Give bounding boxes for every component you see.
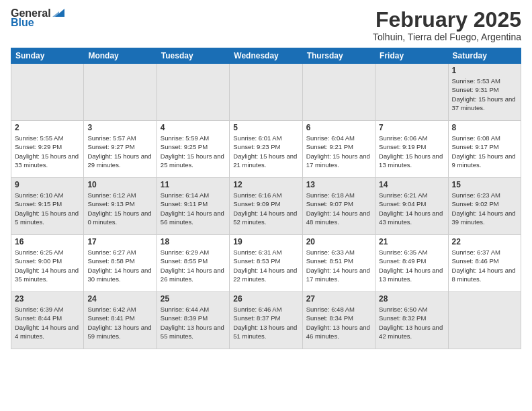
table-row <box>157 64 229 121</box>
day-info: Sunrise: 6:25 AM Sunset: 9:00 PM Dayligh… <box>15 248 80 283</box>
table-row: 13Sunrise: 6:18 AM Sunset: 9:07 PM Dayli… <box>302 178 375 235</box>
day-number: 19 <box>233 237 298 246</box>
day-number: 14 <box>379 180 444 189</box>
day-info: Sunrise: 6:16 AM Sunset: 9:09 PM Dayligh… <box>233 191 298 226</box>
table-row: 16Sunrise: 6:25 AM Sunset: 9:00 PM Dayli… <box>11 235 84 292</box>
day-info: Sunrise: 6:14 AM Sunset: 9:11 PM Dayligh… <box>161 191 226 226</box>
day-number: 12 <box>233 180 298 189</box>
day-number: 15 <box>452 180 517 189</box>
day-info: Sunrise: 6:48 AM Sunset: 8:34 PM Dayligh… <box>306 305 371 340</box>
table-row: 12Sunrise: 6:16 AM Sunset: 9:09 PM Dayli… <box>230 178 302 235</box>
table-row: 21Sunrise: 6:35 AM Sunset: 8:49 PM Dayli… <box>375 235 448 292</box>
svg-marker-1 <box>52 11 59 17</box>
table-row: 20Sunrise: 6:33 AM Sunset: 8:51 PM Dayli… <box>302 235 375 292</box>
table-row <box>375 64 448 121</box>
table-row: 24Sunrise: 6:42 AM Sunset: 8:41 PM Dayli… <box>84 292 157 349</box>
table-row <box>11 64 84 121</box>
calendar-week-row: 16Sunrise: 6:25 AM Sunset: 9:00 PM Dayli… <box>11 235 521 292</box>
day-info: Sunrise: 6:46 AM Sunset: 8:37 PM Dayligh… <box>233 305 298 340</box>
page: General Blue February 2025 Tolhuin, Tier… <box>0 0 532 411</box>
table-row: 4Sunrise: 5:59 AM Sunset: 9:25 PM Daylig… <box>157 121 229 178</box>
table-row: 26Sunrise: 6:46 AM Sunset: 8:37 PM Dayli… <box>230 292 302 349</box>
table-row <box>84 64 157 121</box>
day-number: 24 <box>87 294 152 304</box>
table-row <box>302 64 375 121</box>
day-number: 16 <box>15 237 80 246</box>
day-info: Sunrise: 6:06 AM Sunset: 9:19 PM Dayligh… <box>379 134 444 169</box>
table-row: 8Sunrise: 6:08 AM Sunset: 9:17 PM Daylig… <box>448 121 521 178</box>
col-thursday: Thursday <box>302 48 375 64</box>
col-sunday: Sunday <box>11 48 84 64</box>
day-info: Sunrise: 5:59 AM Sunset: 9:25 PM Dayligh… <box>161 134 226 169</box>
calendar-week-row: 9Sunrise: 6:10 AM Sunset: 9:15 PM Daylig… <box>11 178 521 235</box>
day-number: 22 <box>452 237 517 246</box>
day-info: Sunrise: 6:50 AM Sunset: 8:32 PM Dayligh… <box>379 305 444 340</box>
day-info: Sunrise: 6:39 AM Sunset: 8:44 PM Dayligh… <box>15 305 80 340</box>
calendar-title: February 2025 <box>373 8 521 32</box>
day-number: 6 <box>306 123 371 132</box>
table-row: 25Sunrise: 6:44 AM Sunset: 8:39 PM Dayli… <box>157 292 229 349</box>
day-info: Sunrise: 6:01 AM Sunset: 9:23 PM Dayligh… <box>233 134 298 169</box>
day-number: 17 <box>87 237 152 246</box>
day-number: 26 <box>233 294 298 304</box>
day-number: 5 <box>233 123 298 132</box>
day-number: 11 <box>161 180 226 189</box>
day-number: 13 <box>306 180 371 189</box>
day-info: Sunrise: 6:23 AM Sunset: 9:02 PM Dayligh… <box>452 191 517 226</box>
table-row: 9Sunrise: 6:10 AM Sunset: 9:15 PM Daylig… <box>11 178 84 235</box>
table-row: 19Sunrise: 6:31 AM Sunset: 8:53 PM Dayli… <box>230 235 302 292</box>
day-info: Sunrise: 6:35 AM Sunset: 8:49 PM Dayligh… <box>379 248 444 283</box>
table-row: 3Sunrise: 5:57 AM Sunset: 9:27 PM Daylig… <box>84 121 157 178</box>
table-row: 6Sunrise: 6:04 AM Sunset: 9:21 PM Daylig… <box>302 121 375 178</box>
table-row: 11Sunrise: 6:14 AM Sunset: 9:11 PM Dayli… <box>157 178 229 235</box>
table-row: 28Sunrise: 6:50 AM Sunset: 8:32 PM Dayli… <box>375 292 448 349</box>
day-info: Sunrise: 6:18 AM Sunset: 9:07 PM Dayligh… <box>306 191 371 226</box>
table-row: 10Sunrise: 6:12 AM Sunset: 9:13 PM Dayli… <box>84 178 157 235</box>
day-info: Sunrise: 6:42 AM Sunset: 8:41 PM Dayligh… <box>87 305 152 340</box>
day-number: 2 <box>15 123 80 132</box>
day-info: Sunrise: 6:12 AM Sunset: 9:13 PM Dayligh… <box>87 191 152 226</box>
table-row: 15Sunrise: 6:23 AM Sunset: 9:02 PM Dayli… <box>448 178 521 235</box>
header: General Blue February 2025 Tolhuin, Tier… <box>11 8 521 42</box>
calendar-table: Sunday Monday Tuesday Wednesday Thursday… <box>11 48 521 349</box>
day-number: 18 <box>161 237 226 246</box>
table-row: 17Sunrise: 6:27 AM Sunset: 8:58 PM Dayli… <box>84 235 157 292</box>
calendar-week-row: 23Sunrise: 6:39 AM Sunset: 8:44 PM Dayli… <box>11 292 521 349</box>
day-info: Sunrise: 6:08 AM Sunset: 9:17 PM Dayligh… <box>452 134 517 169</box>
table-row: 27Sunrise: 6:48 AM Sunset: 8:34 PM Dayli… <box>302 292 375 349</box>
day-number: 25 <box>161 294 226 304</box>
day-number: 10 <box>87 180 152 189</box>
calendar-week-row: 2Sunrise: 5:55 AM Sunset: 9:29 PM Daylig… <box>11 121 521 178</box>
day-number: 23 <box>15 294 80 304</box>
day-info: Sunrise: 6:10 AM Sunset: 9:15 PM Dayligh… <box>15 191 80 226</box>
day-info: Sunrise: 6:29 AM Sunset: 8:55 PM Dayligh… <box>161 248 226 283</box>
calendar-subtitle: Tolhuin, Tierra del Fuego, Argentina <box>373 32 521 42</box>
table-row <box>230 64 302 121</box>
table-row: 22Sunrise: 6:37 AM Sunset: 8:46 PM Dayli… <box>448 235 521 292</box>
table-row: 18Sunrise: 6:29 AM Sunset: 8:55 PM Dayli… <box>157 235 229 292</box>
day-info: Sunrise: 6:27 AM Sunset: 8:58 PM Dayligh… <box>87 248 152 283</box>
day-number: 4 <box>161 123 226 132</box>
calendar-header-row: Sunday Monday Tuesday Wednesday Thursday… <box>11 48 521 64</box>
col-tuesday: Tuesday <box>157 48 229 64</box>
day-info: Sunrise: 6:44 AM Sunset: 8:39 PM Dayligh… <box>161 305 226 340</box>
day-info: Sunrise: 5:53 AM Sunset: 9:31 PM Dayligh… <box>452 77 517 112</box>
table-row: 1Sunrise: 5:53 AM Sunset: 9:31 PM Daylig… <box>448 64 521 121</box>
table-row: 2Sunrise: 5:55 AM Sunset: 9:29 PM Daylig… <box>11 121 84 178</box>
day-info: Sunrise: 6:21 AM Sunset: 9:04 PM Dayligh… <box>379 191 444 226</box>
logo-triangle-icon <box>52 7 64 18</box>
day-number: 9 <box>15 180 80 189</box>
day-info: Sunrise: 6:04 AM Sunset: 9:21 PM Dayligh… <box>306 134 371 169</box>
day-number: 28 <box>379 294 444 304</box>
table-row: 14Sunrise: 6:21 AM Sunset: 9:04 PM Dayli… <box>375 178 448 235</box>
logo: General Blue <box>11 8 64 28</box>
col-friday: Friday <box>375 48 448 64</box>
day-info: Sunrise: 6:31 AM Sunset: 8:53 PM Dayligh… <box>233 248 298 283</box>
title-block: February 2025 Tolhuin, Tierra del Fuego,… <box>373 8 521 42</box>
day-number: 21 <box>379 237 444 246</box>
day-info: Sunrise: 5:57 AM Sunset: 9:27 PM Dayligh… <box>87 134 152 169</box>
day-number: 20 <box>306 237 371 246</box>
day-number: 8 <box>452 123 517 132</box>
table-row: 5Sunrise: 6:01 AM Sunset: 9:23 PM Daylig… <box>230 121 302 178</box>
day-number: 7 <box>379 123 444 132</box>
